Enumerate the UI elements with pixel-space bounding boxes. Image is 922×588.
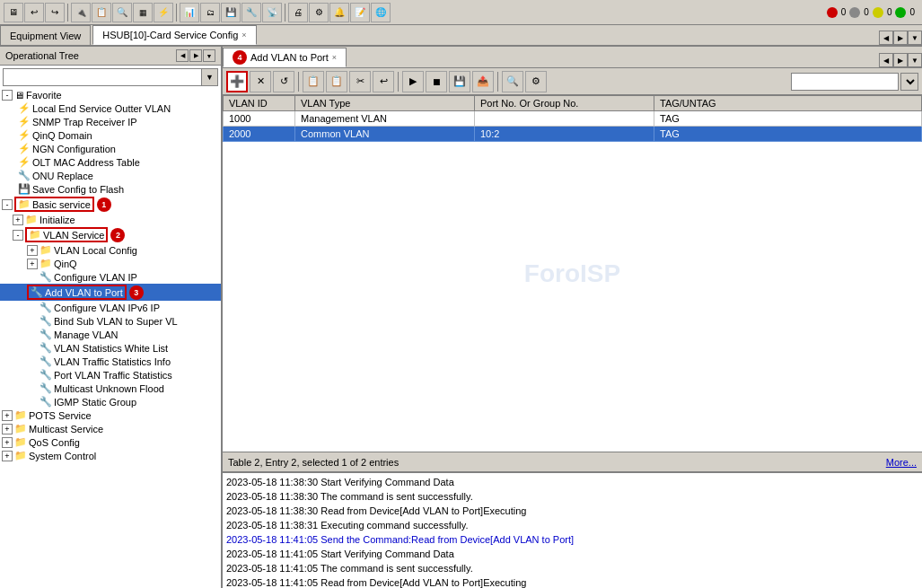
sidebar-item-vlan-local-config[interactable]: VLAN Local Config (54, 245, 137, 256)
toolbar-icon-17[interactable]: 📝 (350, 3, 370, 22)
tree-item-save-config[interactable]: 💾 Save Config to Flash (0, 182, 221, 196)
sidebar-item-qos-config[interactable]: QoS Config (29, 437, 80, 448)
sidebar-item-configure-vlan-ipv6[interactable]: Configure VLAN IPv6 IP (54, 303, 160, 313)
save2-button[interactable]: 💾 (449, 71, 470, 92)
sidebar-item-qinq[interactable]: QinQ (54, 259, 77, 269)
expand-icon-vlan[interactable]: - (13, 230, 23, 241)
tree-item-qos-config[interactable]: + 📁 QoS Config (0, 435, 221, 449)
table-row[interactable]: 2000 Common VLAN 10:2 TAG (224, 127, 922, 142)
tab-card-service-config[interactable]: HSUB[10]-Card Service Config × (92, 25, 256, 45)
right-tab-add-vlan[interactable]: 4 Add VLAN to Port × (223, 48, 347, 67)
toolbar-icon-10[interactable]: 🗂 (200, 3, 220, 22)
tab-nav-right[interactable]: ▶ (893, 31, 908, 45)
cut-button[interactable]: ✂ (349, 71, 371, 92)
table-search-select[interactable] (900, 73, 918, 91)
tree-item-vlan-service[interactable]: - 📁 VLAN Service 2 (0, 226, 221, 243)
header-nav-right[interactable]: ▶ (189, 49, 202, 62)
tree-item-basic-service[interactable]: - 📁 Basic service 1 (0, 196, 221, 213)
sidebar-item-vlan-service[interactable]: VLAN Service (43, 230, 104, 241)
sidebar-item-bind-sub-vlan[interactable]: Bind Sub VLAN to Super VL (54, 316, 178, 327)
sidebar-item-multicast-service[interactable]: Multicast Service (29, 424, 103, 434)
toolbar-icon-2[interactable]: ↩ (24, 3, 44, 22)
more-link[interactable]: More... (886, 457, 917, 468)
paste-button[interactable]: 📋 (326, 71, 347, 92)
toolbar-icon-15[interactable]: ⚙ (309, 3, 329, 22)
refresh-button[interactable]: ↺ (273, 71, 294, 92)
tree-item-configure-vlan-ip[interactable]: 🔧 Configure VLAN IP (0, 270, 221, 284)
filter-button[interactable]: 🔍 (502, 71, 523, 92)
expand-icon-qos[interactable]: + (2, 437, 13, 448)
search-button[interactable]: ▼ (201, 69, 217, 85)
tree-item-add-vlan-to-port[interactable]: 🔧 Add VLAN to Port 3 (0, 284, 221, 301)
sidebar-item-initialize[interactable]: Initialize (40, 215, 75, 225)
toolbar-icon-1[interactable]: 🖥 (4, 3, 23, 22)
tab-nav-down[interactable]: ▼ (908, 31, 922, 45)
sidebar-item-system-control[interactable]: System Control (29, 451, 96, 461)
delete-button[interactable]: ✕ (250, 71, 271, 92)
expand-icon-qinq[interactable]: + (27, 259, 38, 269)
tree-item-qinq-domain[interactable]: ⚡ QinQ Domain (0, 128, 221, 142)
add-button[interactable]: ➕ (226, 71, 248, 92)
right-nav-left[interactable]: ◀ (879, 53, 893, 67)
tree-item-manage-vlan[interactable]: 🔧 Manage VLAN (0, 328, 221, 341)
header-nav-down[interactable]: ▼ (203, 49, 215, 62)
tree-item-vlan-traffic[interactable]: 🔧 VLAN Traffic Statistics Info (0, 355, 221, 368)
toolbar-icon-14[interactable]: 🖨 (288, 3, 308, 22)
tree-item-multicast-unknown[interactable]: 🔧 Multicast Unknown Flood (0, 382, 221, 395)
tab-nav-left[interactable]: ◀ (879, 31, 893, 45)
expand-icon-system[interactable]: + (2, 451, 13, 461)
toolbar-icon-8[interactable]: ⚡ (154, 3, 173, 22)
expand-icon-multicast[interactable]: + (2, 424, 13, 434)
tree-item-qinq-sub[interactable]: + 📁 QinQ (0, 257, 221, 270)
expand-icon-vlan-local[interactable]: + (27, 245, 38, 256)
undo-button[interactable]: ↩ (373, 71, 394, 92)
sidebar-item-manage-vlan[interactable]: Manage VLAN (54, 329, 119, 340)
tree-item-olt-mac[interactable]: ⚡ OLT MAC Address Table (0, 155, 221, 169)
toolbar-icon-4[interactable]: 🔌 (71, 3, 91, 22)
toolbar-icon-13[interactable]: 📡 (262, 3, 282, 22)
tab-card-close-icon[interactable]: × (241, 31, 246, 39)
expand-icon[interactable]: - (2, 90, 13, 101)
sidebar-item-multicast-unknown[interactable]: Multicast Unknown Flood (54, 383, 164, 394)
sidebar-item-pots-service[interactable]: POTS Service (29, 410, 92, 421)
tree-item-snmp-trap[interactable]: ⚡ SNMP Trap Receiver IP (0, 115, 221, 128)
tree-item-local-end[interactable]: ⚡ Local End Service Outter VLAN (0, 101, 221, 115)
toolbar-icon-6[interactable]: 🔍 (112, 3, 132, 22)
tree-item-bind-sub-vlan[interactable]: 🔧 Bind Sub VLAN to Super VL (0, 314, 221, 328)
sidebar-item-igmp-static-group[interactable]: IGMP Static Group (54, 397, 136, 408)
tree-item-vlan-local[interactable]: + 📁 VLAN Local Config (0, 243, 221, 257)
expand-icon-basic[interactable]: - (2, 199, 13, 210)
sidebar-item-favorite[interactable]: Favorite (26, 90, 62, 101)
sidebar-item-configure-vlan-ip[interactable]: Configure VLAN IP (54, 272, 137, 283)
table-row[interactable]: 1000 Management VLAN TAG (224, 111, 922, 127)
toolbar-icon-12[interactable]: 🔧 (241, 3, 261, 22)
toolbar-icon-18[interactable]: 🌐 (371, 3, 391, 22)
toolbar-icon-11[interactable]: 💾 (221, 3, 241, 22)
tree-item-initialize[interactable]: + 📁 Initialize (0, 213, 221, 226)
expand-icon-pots[interactable]: + (2, 410, 13, 421)
search-input[interactable] (4, 71, 201, 83)
stop-button[interactable]: ⏹ (426, 71, 447, 92)
sidebar-item-vlan-traffic-stats[interactable]: VLAN Traffic Statistics Info (54, 356, 171, 367)
export-button[interactable]: 📤 (472, 71, 494, 92)
tree-item-multicast-service[interactable]: + 📁 Multicast Service (0, 422, 221, 435)
settings-button[interactable]: ⚙ (525, 71, 547, 92)
right-tab-close-icon[interactable]: × (332, 53, 337, 62)
tab-equipment-view[interactable]: Equipment View (0, 25, 91, 45)
tree-item-system-control[interactable]: + 📁 System Control (0, 449, 221, 462)
tree-item-configure-vlan-ipv6[interactable]: 🔧 Configure VLAN IPv6 IP (0, 301, 221, 314)
toolbar-icon-5[interactable]: 📋 (92, 3, 111, 22)
tree-item-ngn-config[interactable]: ⚡ NGN Configuration (0, 142, 221, 155)
toolbar-icon-9[interactable]: 📊 (180, 3, 199, 22)
toolbar-icon-16[interactable]: 🔔 (329, 3, 349, 22)
expand-icon-init[interactable]: + (13, 215, 23, 225)
toolbar-icon-3[interactable]: ↪ (45, 3, 65, 22)
right-nav-down[interactable]: ▼ (908, 53, 922, 67)
header-nav-left[interactable]: ◀ (176, 49, 189, 62)
sidebar-item-vlan-stats-white[interactable]: VLAN Statistics White List (54, 343, 168, 354)
toolbar-icon-7[interactable]: ▦ (133, 3, 153, 22)
tree-item-igmp-static[interactable]: 🔧 IGMP Static Group (0, 395, 221, 408)
copy-button[interactable]: 📋 (303, 71, 324, 92)
table-search-input[interactable] (791, 73, 899, 91)
sidebar-item-basic-service[interactable]: Basic service (32, 199, 91, 210)
